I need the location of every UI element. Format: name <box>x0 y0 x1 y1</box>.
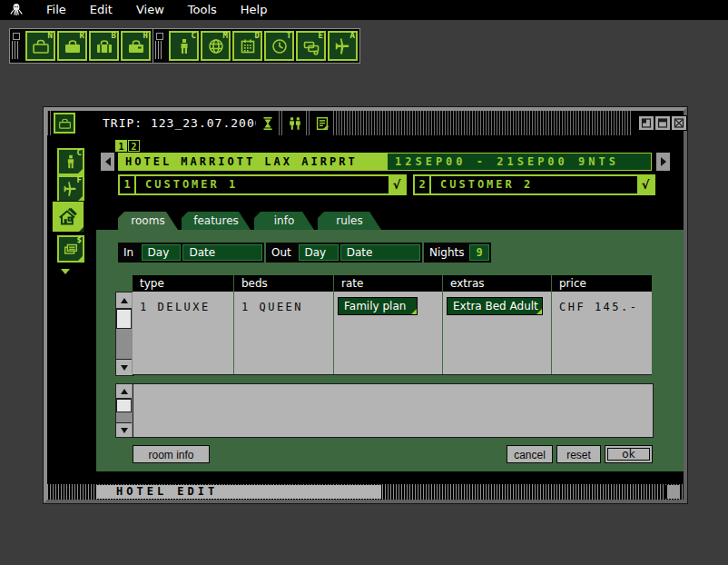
sidebar-hotel-edit-icon[interactable] <box>52 201 84 233</box>
rooms-table-scrollbar[interactable] <box>115 292 134 376</box>
people-icon[interactable] <box>283 111 306 135</box>
in-day-field[interactable]: Day <box>142 244 182 261</box>
trip-window: TRIP: 123_23.07.2000 <box>44 107 687 503</box>
submenu-corner-icon <box>78 256 83 261</box>
scroll-down-button[interactable] <box>116 359 132 375</box>
trip-toolbar: N R B H <box>9 28 153 64</box>
globe-icon[interactable]: M <box>201 31 231 61</box>
reset-button[interactable]: reset <box>556 445 601 463</box>
tab-features[interactable]: features <box>182 212 251 230</box>
submenu-corner-icon <box>78 169 83 173</box>
page-tab-2[interactable]: 2 <box>128 140 140 152</box>
suitcase-slot-icon[interactable]: H <box>121 31 151 61</box>
customer-name: CUSTOMER 1 <box>136 176 389 193</box>
maximize-window-button[interactable] <box>654 115 671 131</box>
sidebar-more-icon[interactable] <box>61 269 70 274</box>
in-label: In <box>118 246 142 259</box>
checkout-group: Out Day Date <box>266 243 422 263</box>
hotel-dates-field[interactable]: 12SEP00 - 21SEP00 9NTS <box>387 153 652 171</box>
extras-dropdown[interactable]: Extra Bed Adult <box>447 297 543 315</box>
customer-1-field[interactable]: 1 CUSTOMER 1 √ <box>118 174 407 195</box>
submenu-corner-icon <box>79 227 84 232</box>
col-beds: beds <box>234 275 334 292</box>
desktop: File Edit View Tools Help N R B H C <box>0 0 728 565</box>
lower-list-scrollbar[interactable] <box>115 383 134 438</box>
airplane-icon[interactable]: A <box>328 31 358 61</box>
rooms-table-row[interactable]: 1 DELUXE 1 QUEEN Family plan Extra Bed A… <box>133 292 652 375</box>
customer-name: CUSTOMER 2 <box>431 176 637 193</box>
menu-help[interactable]: Help <box>229 0 280 20</box>
nights-group: Nights 9 <box>424 243 491 263</box>
hotel-name-field[interactable]: HOTEL MARRIOTT LAX AIRPRT <box>118 153 387 171</box>
rooms-panel: In Day Date Out Day Date Nights 9 type <box>96 230 684 471</box>
scroll-up-button[interactable] <box>116 292 132 309</box>
window-titlebar[interactable]: TRIP: 123_23.07.2000 <box>47 111 684 135</box>
clock-icon[interactable]: T <box>264 31 294 61</box>
out-date-field[interactable]: Date <box>340 244 420 261</box>
cancel-button[interactable]: cancel <box>507 445 553 463</box>
rate-dropdown[interactable]: Family plan <box>338 297 418 315</box>
dropdown-corner-icon <box>411 309 417 314</box>
sidebar-customer-icon[interactable]: C <box>57 148 84 175</box>
room-type-cell: 1 DELUXE <box>133 292 233 313</box>
status-bar: HOTEL EDIT <box>47 484 684 500</box>
ok-button[interactable]: ok <box>605 445 653 463</box>
prev-arrow-button[interactable] <box>101 153 114 171</box>
briefcase-icon[interactable]: B <box>89 31 119 61</box>
room-price-cell: CHF 145.- <box>552 292 652 313</box>
scroll-up-button[interactable] <box>116 384 132 399</box>
tab-rules[interactable]: rules <box>318 212 381 230</box>
dropdown-corner-icon <box>536 309 542 314</box>
sidebar-pricing-icon[interactable]: $ <box>57 235 84 263</box>
customer-2-field[interactable]: 2 CUSTOMER 2 √ <box>413 174 655 195</box>
scroll-down-button[interactable] <box>116 422 132 437</box>
customer-index: 2 <box>415 176 431 193</box>
toolbar-grip[interactable] <box>12 33 22 59</box>
scroll-thumb[interactable] <box>116 309 132 329</box>
menu-file[interactable]: File <box>34 0 78 20</box>
suitcase-open-icon[interactable]: N <box>25 31 55 61</box>
octopus-icon[interactable] <box>7 3 25 18</box>
nights-value-field[interactable]: 9 <box>469 244 489 261</box>
col-rate: rate <box>334 275 443 292</box>
customer-check-icon[interactable]: √ <box>637 176 654 193</box>
out-label: Out <box>266 246 299 259</box>
menu-edit[interactable]: Edit <box>78 0 124 20</box>
modules-toolbar: C M D T E A <box>152 28 360 64</box>
shade-window-button[interactable] <box>638 115 654 131</box>
out-day-field[interactable]: Day <box>299 244 339 261</box>
tab-info[interactable]: info <box>254 212 314 230</box>
nights-label: Nights <box>424 246 469 259</box>
menu-tools[interactable]: Tools <box>176 0 229 20</box>
scroll-thumb[interactable] <box>116 399 132 412</box>
checkin-group: In Day Date <box>118 243 264 263</box>
page-tab-1[interactable]: 1 <box>115 140 127 152</box>
window-title: TRIP: 123_23.07.2000 <box>103 111 263 135</box>
rooms-table-header: type beds rate extras price <box>133 275 652 292</box>
hourglass-icon[interactable] <box>256 111 279 135</box>
vehicles-icon[interactable]: E <box>296 31 326 61</box>
tab-rooms[interactable]: rooms <box>118 212 178 230</box>
next-arrow-button[interactable] <box>656 153 670 171</box>
lower-list[interactable] <box>133 383 654 438</box>
in-date-field[interactable]: Date <box>182 244 262 261</box>
toolbar-grip[interactable] <box>155 33 165 59</box>
notes-icon[interactable] <box>310 111 333 135</box>
resize-grip[interactable] <box>665 485 680 499</box>
menu-bar: File Edit View Tools Help <box>0 0 728 20</box>
sidebar-flight-icon[interactable]: F <box>57 175 84 203</box>
col-type: type <box>133 275 234 292</box>
suitcase-filled-icon[interactable]: R <box>57 31 87 61</box>
calendar-icon[interactable]: D <box>232 31 262 61</box>
customer-index: 1 <box>120 176 136 193</box>
person-icon[interactable]: C <box>169 31 199 61</box>
status-field: HOTEL EDIT <box>96 485 381 499</box>
titlebar-tools <box>256 111 333 135</box>
close-window-button[interactable] <box>671 115 687 131</box>
room-beds-cell: 1 QUEEN <box>234 292 333 313</box>
room-info-button[interactable]: room info <box>133 445 210 463</box>
col-price: price <box>552 275 652 292</box>
suitcase-open-icon[interactable] <box>54 113 75 134</box>
customer-check-icon[interactable]: √ <box>389 176 405 193</box>
menu-view[interactable]: View <box>124 0 176 20</box>
